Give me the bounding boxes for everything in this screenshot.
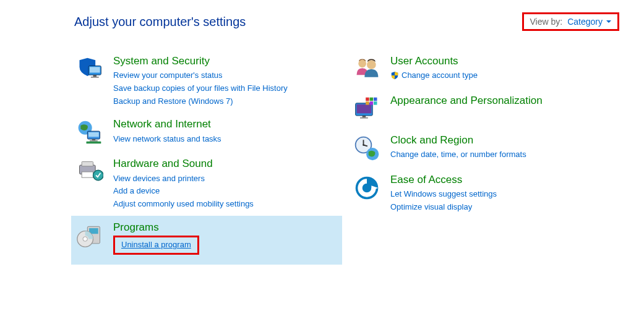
category-network-internet[interactable]: Network and Internet View network status… [71,113,342,152]
svg-point-19 [367,60,376,69]
link-file-history[interactable]: Save backup copies of your files with Fi… [113,83,288,93]
link-uninstall-program[interactable]: Uninstall a program [121,240,191,249]
svg-point-33 [363,144,364,146]
svg-rect-6 [88,132,99,137]
svg-rect-24 [366,98,369,101]
svg-rect-27 [366,101,369,105]
view-by-highlight-box: View by: Category [522,12,619,31]
svg-rect-26 [374,98,377,101]
right-column: User Accounts Change account type [348,49,619,265]
category-title[interactable]: Clock and Region [390,134,616,147]
svg-rect-12 [82,172,93,177]
clock-globe-icon [352,134,382,163]
disc-box-icon [75,221,105,250]
category-ease-of-access[interactable]: Ease of Access Let Windows suggest setti… [348,168,619,219]
link-backup-restore[interactable]: Backup and Restore (Windows 7) [113,96,233,106]
category-user-accounts[interactable]: User Accounts Change account type [348,49,619,89]
category-system-security[interactable]: System and Security Review your computer… [71,49,342,113]
ease-access-icon [352,173,382,203]
uac-shield-icon [390,71,399,80]
link-add-device[interactable]: Add a device [113,186,160,195]
svg-rect-8 [90,140,98,142]
page-title: Adjust your computer's settings [74,15,246,29]
svg-rect-23 [360,117,368,119]
link-optimize-display[interactable]: Optimize visual display [390,202,472,211]
uninstall-highlight-box: Uninstall a program [113,236,199,255]
category-title[interactable]: Network and Internet [113,117,338,131]
category-title[interactable]: Programs [113,221,338,234]
categories-grid: System and Security Review your computer… [0,37,644,265]
svg-rect-28 [370,101,374,105]
link-date-time-formats[interactable]: Change date, time, or number formats [390,150,526,159]
category-title[interactable]: Appearance and Personalization [390,94,616,108]
category-title[interactable]: User Accounts [390,54,616,68]
svg-rect-11 [82,162,93,166]
link-devices-printers[interactable]: View devices and printers [113,174,205,183]
printer-devices-icon [75,157,105,187]
svg-point-17 [83,237,87,241]
view-by-value: Category [567,17,603,27]
category-clock-region[interactable]: Clock and Region Change date, time, or n… [348,129,619,168]
link-mobility-settings[interactable]: Adjust commonly used mobility settings [113,199,254,208]
svg-rect-7 [92,139,96,140]
category-programs[interactable]: Programs Uninstall a program [71,216,342,265]
globe-network-icon [75,117,105,147]
svg-rect-1 [90,67,100,72]
svg-rect-29 [374,101,377,105]
svg-rect-21 [357,104,372,114]
view-by-label: View by: [530,17,563,27]
shield-monitor-icon [75,54,105,84]
svg-rect-22 [363,116,366,117]
category-title[interactable]: Ease of Access [390,173,616,187]
svg-rect-2 [93,75,97,77]
svg-rect-25 [370,98,374,101]
category-title[interactable]: Hardware and Sound [113,157,338,171]
svg-rect-9 [87,142,101,144]
link-windows-suggest[interactable]: Let Windows suggest settings [390,189,497,198]
category-title[interactable]: System and Security [113,54,338,68]
category-appearance[interactable]: Appearance and Personalization [348,89,619,129]
link-network-status[interactable]: View network status and tasks [113,134,221,143]
view-by-dropdown[interactable]: Category [567,17,611,27]
link-review-status[interactable]: Review your computer's status [113,70,223,80]
personalization-icon [352,94,382,124]
people-icon [352,54,382,84]
category-hardware-sound[interactable]: Hardware and Sound View devices and prin… [71,152,342,215]
chevron-down-icon [606,20,611,23]
link-change-account-type[interactable]: Change account type [401,69,478,82]
svg-point-18 [358,59,366,67]
svg-rect-3 [91,77,99,78]
left-column: System and Security Review your computer… [71,49,342,265]
